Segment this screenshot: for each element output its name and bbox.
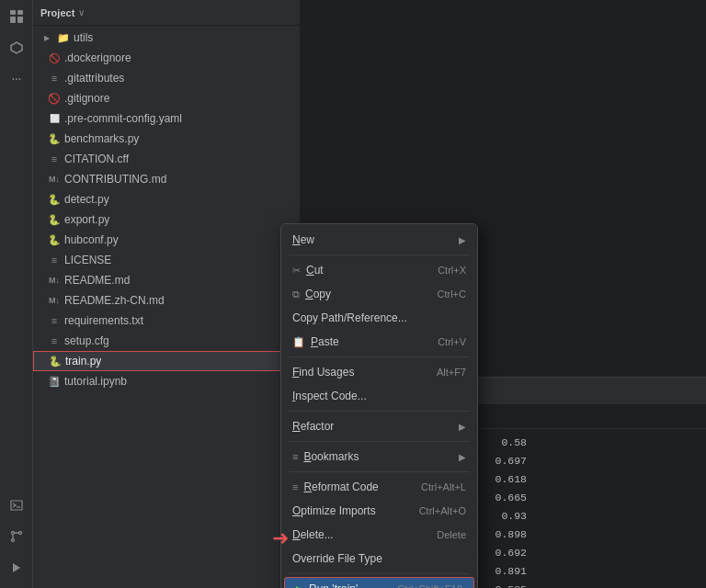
- file-tree: ▶ 📁 utils 🚫 .dockerignore ≡ .gitattribut…: [33, 26, 300, 588]
- cut-icon: ✂: [292, 265, 301, 277]
- tree-item-setup[interactable]: ≡ setup.cfg: [33, 331, 300, 351]
- file-label: benchmarks.py: [64, 132, 139, 145]
- file-label: .gitignore: [64, 92, 109, 105]
- submenu-arrow-icon: ▶: [459, 422, 466, 432]
- submenu-arrow-icon: ▶: [459, 235, 466, 245]
- menu-item-copy-path[interactable]: Copy Path/Reference...: [281, 306, 477, 330]
- svg-rect-0: [10, 10, 16, 15]
- svg-point-8: [11, 539, 14, 542]
- project-panel: Project ∨ ▶ 📁 utils 🚫 .dockerignore ≡ .g…: [33, 0, 300, 588]
- run-train-shortcut: Ctrl+Shift+F10: [397, 583, 462, 588]
- terminal-icon[interactable]: [4, 492, 29, 518]
- python-icon: 🐍: [48, 214, 61, 226]
- tree-item-export[interactable]: 🐍 export.py: [33, 209, 300, 230]
- tree-item-readme-cn[interactable]: M↓ README.zh-CN.md: [33, 290, 300, 311]
- menu-item-run-train[interactable]: ▶ Run 'train' Ctrl+Shift+F10: [284, 577, 474, 588]
- paste-shortcut: Ctrl+V: [438, 336, 466, 347]
- tree-item-contributing[interactable]: M↓ CONTRIBUTING.md: [33, 169, 300, 189]
- tree-item-gitattributes[interactable]: ≡ .gitattributes: [33, 68, 300, 88]
- menu-item-delete-label: Delete...: [292, 528, 334, 541]
- menu-item-cut-label: Cut: [306, 264, 324, 277]
- tree-item-readme[interactable]: M↓ README.md: [33, 270, 300, 290]
- svg-marker-4: [11, 42, 22, 53]
- file-label: detect.py: [64, 193, 109, 206]
- python-icon: 🐍: [48, 133, 61, 145]
- context-menu: New ▶ ✂ Cut Ctrl+X ⧉ Copy Ctrl+C Copy Pa…: [280, 223, 478, 588]
- python-icon: 🐍: [48, 194, 61, 206]
- tree-item-gitignore[interactable]: 🚫 .gitignore: [33, 88, 300, 108]
- menu-item-delete[interactable]: Delete... Delete: [281, 523, 477, 547]
- menu-item-override-file-type[interactable]: Override File Type: [281, 547, 477, 571]
- menu-item-cut[interactable]: ✂ Cut Ctrl+X: [281, 258, 477, 282]
- tree-item-train[interactable]: 🐍 train.py: [33, 351, 300, 371]
- tree-item-tutorial[interactable]: 📓 tutorial.ipynb: [33, 371, 300, 391]
- md-icon: M↓: [48, 276, 61, 285]
- col-v2: 0.665: [479, 492, 527, 503]
- menu-item-new[interactable]: New ▶: [281, 228, 477, 252]
- col-v2: 0.898: [479, 528, 527, 540]
- file-label: requirements.txt: [64, 314, 143, 327]
- separator: [289, 356, 470, 357]
- file-label: LICENSE: [64, 254, 111, 266]
- menu-item-find-usages[interactable]: Find Usages Alt+F7: [281, 360, 477, 384]
- menu-item-reformat[interactable]: ≡ Reformat Code Ctrl+Alt+L: [281, 475, 477, 499]
- col-v2: 0.58: [479, 436, 527, 448]
- col-v2: 0.585: [479, 583, 527, 589]
- file-label: .gitattributes: [64, 72, 124, 85]
- menu-item-copy[interactable]: ⧉ Copy Ctrl+C: [281, 282, 477, 306]
- panel-chevron: ∨: [78, 7, 85, 17]
- menu-item-refactor-label: Refactor: [292, 420, 334, 433]
- separator: [289, 471, 470, 472]
- file-label: CITATION.cff: [64, 153, 129, 165]
- gitignore-icon: 🚫: [48, 93, 61, 105]
- tree-item-detect[interactable]: 🐍 detect.py: [33, 189, 300, 209]
- tree-item-utils[interactable]: ▶ 📁 utils: [33, 28, 300, 48]
- menu-item-inspect-code[interactable]: Inspect Code...: [281, 384, 477, 408]
- menu-item-bookmarks-label: Bookmarks: [303, 450, 359, 463]
- menu-item-paste[interactable]: 📋 Paste Ctrl+V: [281, 330, 477, 354]
- md-icon: M↓: [48, 296, 61, 305]
- menu-item-new-label: New: [292, 233, 314, 246]
- tree-item-hubconf[interactable]: 🐍 hubconf.py: [33, 230, 300, 250]
- menu-item-copy-path-label: Copy Path/Reference...: [292, 311, 407, 324]
- notebook-icon: 📓: [48, 376, 61, 388]
- copy-icon: ⧉: [292, 288, 300, 300]
- svg-point-7: [18, 532, 21, 535]
- svg-marker-9: [13, 563, 20, 572]
- reformat-shortcut: Ctrl+Alt+L: [421, 481, 466, 492]
- tree-item-requirements[interactable]: ≡ requirements.txt: [33, 311, 300, 331]
- optimize-imports-shortcut: Ctrl+Alt+O: [419, 505, 466, 516]
- menu-item-find-usages-label: Find Usages: [292, 366, 354, 379]
- menu-item-bookmarks[interactable]: ≡ Bookmarks ▶: [281, 445, 477, 469]
- gitattributes-icon: ≡: [48, 73, 61, 84]
- python-icon: 🐍: [49, 356, 62, 368]
- separator: [289, 573, 470, 574]
- run-icon[interactable]: [4, 555, 29, 581]
- file-label: setup.cfg: [64, 334, 109, 347]
- file-label: README.md: [64, 274, 130, 287]
- modules-icon[interactable]: [4, 35, 29, 61]
- delete-shortcut: Delete: [437, 529, 466, 540]
- tree-item-precommit[interactable]: ⬜ .pre-commit-config.yaml: [33, 108, 300, 129]
- file-label: tutorial.ipynb: [64, 375, 127, 388]
- tree-item-license[interactable]: ≡ LICENSE: [33, 250, 300, 270]
- project-icon[interactable]: [4, 4, 29, 29]
- col-v2: 0.891: [479, 565, 527, 577]
- more-tools-icon[interactable]: ···: [4, 66, 29, 92]
- menu-item-reformat-label: Reformat Code: [303, 481, 378, 493]
- menu-item-optimize-imports[interactable]: Optimize Imports Ctrl+Alt+O: [281, 499, 477, 523]
- reformat-icon: ≡: [292, 481, 298, 492]
- file-label: README.zh-CN.md: [64, 294, 165, 307]
- menu-item-refactor[interactable]: Refactor ▶: [281, 414, 477, 438]
- tree-item-dockerignore[interactable]: 🚫 .dockerignore: [33, 48, 300, 68]
- md-icon: M↓: [48, 175, 61, 184]
- license-icon: ≡: [48, 254, 61, 266]
- cff-icon: ≡: [48, 153, 61, 164]
- submenu-arrow-icon: ▶: [459, 452, 466, 462]
- find-usages-shortcut: Alt+F7: [437, 367, 466, 378]
- dockerignore-icon: 🚫: [48, 53, 61, 63]
- git-icon[interactable]: [4, 524, 29, 549]
- separator: [289, 254, 470, 255]
- tree-item-citation[interactable]: ≡ CITATION.cff: [33, 149, 300, 169]
- tree-item-benchmarks[interactable]: 🐍 benchmarks.py: [33, 129, 300, 149]
